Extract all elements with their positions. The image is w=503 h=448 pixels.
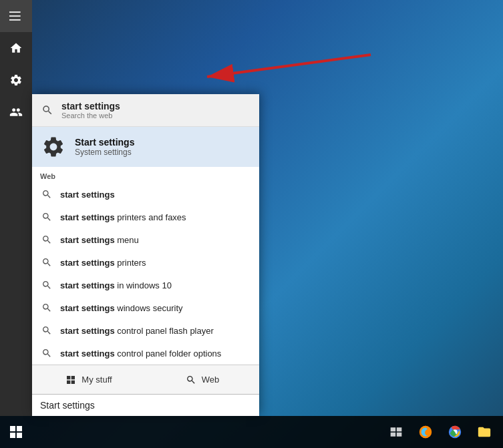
search-icon [41, 348, 52, 359]
result-search-icon-0 [40, 188, 53, 201]
result-search-icon-7 [40, 347, 53, 360]
web-section-label: Web [32, 167, 259, 183]
result-item-3[interactable]: start settings printers [32, 251, 259, 274]
result-search-icon-2 [40, 233, 53, 246]
firefox-icon [418, 425, 433, 439]
search-icon [41, 234, 52, 245]
file-explorer-icon [477, 425, 492, 439]
chrome-taskbar-button[interactable] [444, 421, 466, 443]
result-item-text-4: start settings in windows 10 [60, 280, 172, 290]
web-tab[interactable]: Web [146, 365, 259, 395]
result-item-1[interactable]: start settings printers and faxes [32, 206, 259, 228]
result-item-5[interactable]: start settings windows security [32, 296, 259, 319]
win-logo-cell-3 [10, 433, 15, 438]
search-icon [41, 257, 52, 268]
settings-icon [9, 73, 23, 87]
search-icon-wrap [40, 103, 55, 118]
svg-rect-1 [9, 15, 21, 17]
search-icon [41, 302, 52, 313]
bottom-tabs: My stuff Web [32, 365, 259, 395]
taskbar [0, 416, 503, 448]
svg-line-7 [207, 55, 371, 77]
gear-icon [41, 135, 65, 159]
result-search-icon-4 [40, 278, 53, 292]
search-icon [41, 104, 53, 116]
result-item-text-2: start settings menu [60, 235, 139, 245]
search-icon [41, 189, 52, 200]
result-item-4[interactable]: start settings in windows 10 [32, 274, 259, 296]
result-item-text-0: start settings [60, 190, 115, 200]
result-search-icon-5 [40, 301, 53, 314]
best-match-subtitle: System settings [75, 148, 134, 157]
search-input-bar[interactable] [32, 394, 259, 416]
desktop: start settings Search the web Start sett… [0, 0, 503, 448]
result-item-2[interactable]: start settings menu [32, 228, 259, 251]
search-panel: start settings Search the web Start sett… [32, 94, 259, 416]
result-item-text-3: start settings printers [60, 258, 146, 268]
result-item-text-6: start settings control panel flash playe… [60, 326, 214, 336]
people-icon [9, 105, 23, 119]
windows-logo [10, 426, 22, 438]
svg-rect-0 [9, 11, 21, 13]
search-icon [41, 280, 52, 290]
result-item-text-5: start settings windows security [60, 303, 183, 313]
web-tab-label: Web [202, 375, 220, 385]
taskbar-right [385, 421, 503, 443]
search-tab-icon [186, 375, 196, 385]
search-icon [41, 325, 52, 336]
win-logo-cell-1 [10, 426, 15, 431]
search-subtitle-text: Search the web [61, 111, 251, 120]
sidebar-home-button[interactable] [0, 32, 32, 64]
search-text-area: start settings Search the web [61, 101, 251, 120]
task-view-button[interactable] [385, 421, 407, 443]
hamburger-icon [9, 9, 23, 23]
bottom-tabs-bar: My stuff Web [32, 365, 259, 394]
result-search-icon-6 [40, 324, 53, 337]
search-query-text: start settings [61, 101, 251, 111]
search-icon [41, 212, 52, 222]
result-search-icon-1 [40, 210, 53, 224]
best-match-icon-wrap [40, 134, 67, 160]
svg-rect-2 [9, 19, 21, 21]
result-item-text-7: start settings control panel folder opti… [60, 349, 221, 359]
best-match-item[interactable]: Start settings System settings [32, 127, 259, 167]
result-item-7[interactable]: start settings control panel folder opti… [32, 342, 259, 365]
best-match-title: Start settings [75, 137, 134, 148]
result-item-6[interactable]: start settings control panel flash playe… [32, 319, 259, 342]
my-stuff-label: My stuff [81, 375, 112, 385]
start-button[interactable] [0, 416, 32, 448]
best-match-text-area: Start settings System settings [75, 137, 134, 157]
home-icon [9, 41, 23, 55]
search-input[interactable] [40, 400, 251, 411]
my-stuff-tab[interactable]: My stuff [32, 365, 146, 395]
start-sidebar [0, 0, 32, 416]
file-explorer-button[interactable] [474, 421, 495, 443]
firefox-button[interactable] [415, 421, 436, 443]
result-search-icon-3 [40, 256, 53, 269]
sidebar-settings-button[interactable] [0, 64, 32, 96]
result-item-0[interactable]: start settings [32, 183, 259, 206]
win-logo-cell-2 [17, 426, 22, 431]
hamburger-menu-button[interactable] [0, 0, 32, 32]
task-view-icon [389, 425, 403, 439]
sidebar-people-button[interactable] [0, 96, 32, 128]
results-list: start settings start settings printers a… [32, 183, 259, 365]
search-bar[interactable]: start settings Search the web [32, 94, 259, 127]
result-item-text-1: start settings printers and faxes [60, 212, 186, 222]
win-logo-cell-4 [17, 433, 22, 438]
chrome-taskbar-icon [448, 425, 462, 439]
windows-logo-icon [65, 375, 76, 385]
